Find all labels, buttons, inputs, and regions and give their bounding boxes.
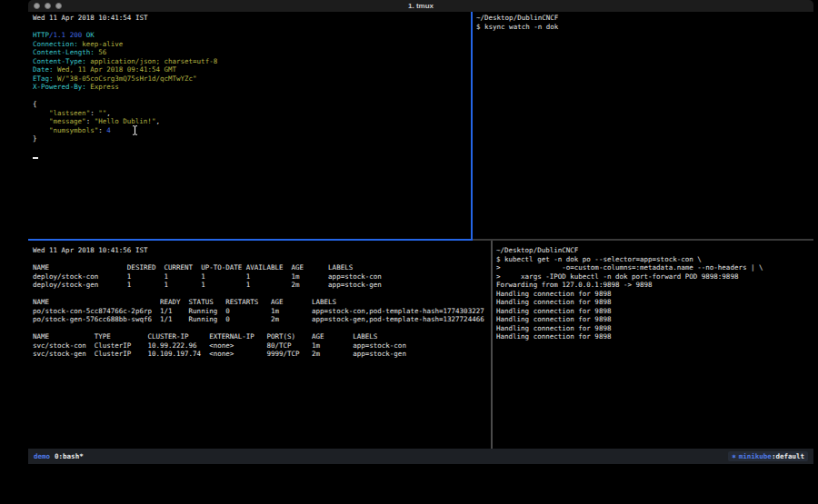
terminal-line: Handling connection for 9898: [496, 315, 813, 324]
terminal-line: Handling connection for 9898: [496, 298, 813, 307]
pods-table: NAME READY STATUS RESTARTS AGE LABELS po…: [33, 298, 491, 324]
http-header-row: Content-Type:application/json; charset=u…: [33, 57, 471, 66]
pane-port-forward[interactable]: ~/Desktop/DublinCNCF$ kubectl get -n dok…: [493, 241, 813, 449]
kube-namespace: :default: [772, 452, 804, 460]
terminal-line: Handling connection for 9898: [496, 290, 813, 299]
terminal-line: Forwarding from 127.0.0.1:9898 -> 9898: [496, 281, 813, 290]
window-title: 1. tmux: [28, 0, 813, 12]
pane-http-response[interactable]: Wed 11 Apr 2018 10:41:54 IST HTTP/1.1 20…: [28, 12, 471, 239]
kube-context: minikube: [739, 452, 772, 460]
tmux-terminal: Wed 11 Apr 2018 10:41:54 IST HTTP/1.1 20…: [28, 12, 813, 449]
terminal-line: Handling connection for 9898: [496, 324, 813, 333]
pane-divider-horizontal-right[interactable]: [473, 239, 813, 241]
http-status-line: HTTP/1.1 200OK: [33, 31, 471, 40]
pane-divider-horizontal-left[interactable]: [28, 239, 473, 241]
http-header-row: ETag:W/"38-05coCsrg3mQ75sHr1d/qcMTwYZc": [33, 74, 471, 84]
json-entry: "lastseen": "",: [33, 109, 471, 118]
deployments-table: NAME DESIRED CURRENT UP-TO-DATE AVAILABL…: [33, 263, 491, 290]
http-reason: OK: [86, 31, 95, 39]
pane-ksync[interactable]: ~/Desktop/DublinCNCF$ ksync watch -n dok: [473, 12, 813, 239]
kubernetes-helm-icon: ⎈: [732, 452, 736, 460]
terminal-window: 1. tmux Wed 11 Apr 2018 10:41:54 IST HTT…: [28, 0, 813, 464]
cursor-line: [33, 152, 471, 161]
kube-context-badge: ⎈ minikube :default: [728, 451, 808, 461]
http-header-row: Content-Length:56: [33, 48, 471, 57]
terminal-line: $ ksync watch -n dok: [476, 23, 813, 32]
json-entry: "message": "Hello Dublin!",: [33, 117, 471, 126]
terminal-line: $ kubectl get -n dok po --selector=app=s…: [496, 255, 813, 264]
titlebar[interactable]: 1. tmux: [28, 0, 813, 12]
http-header-row: Connection:keep-alive: [33, 40, 471, 49]
terminal-line: ~/Desktop/DublinCNCF: [476, 14, 813, 23]
http-header-row: Date:Wed, 11 Apr 2018 09:41:54 GMT: [33, 65, 471, 74]
terminal-cursor: [33, 157, 38, 159]
json-entry: "numsymbols": 4: [33, 126, 471, 135]
http-header-row: X-Powered-By:Express: [33, 83, 471, 92]
services-table: NAME TYPE CLUSTER-IP EXTERNAL-IP PORT(S)…: [33, 332, 491, 359]
json-open-brace: {: [33, 100, 471, 109]
http-protocol: HTTP: [33, 31, 49, 39]
terminal-line: > xargs -IPOD kubectl -n dok port-forwar…: [496, 272, 813, 282]
pane-divider-vertical-top[interactable]: [471, 12, 473, 240]
terminal-line: ~/Desktop/DublinCNCF: [496, 246, 813, 255]
http-version-code: /1.1 200: [49, 31, 82, 39]
timestamp: Wed 11 Apr 2018 10:41:54 IST: [33, 14, 471, 23]
session-name: demo: [34, 452, 50, 460]
terminal-line: Handling connection for 9898: [496, 332, 813, 341]
pane-kubectl-get[interactable]: Wed 11 Apr 2018 10:41:56 IST NAME DESIRE…: [28, 241, 491, 449]
terminal-line: Handling connection for 9898: [496, 307, 813, 316]
pane-divider-vertical-bottom[interactable]: [491, 241, 493, 449]
json-close-brace: }: [33, 134, 471, 143]
window-tab[interactable]: 0:bash*: [55, 452, 84, 460]
timestamp: Wed 11 Apr 2018 10:41:56 IST: [33, 246, 491, 255]
text-ibeam-pointer: [132, 125, 138, 135]
terminal-line: > -o=custom-columns=:metadata.name --no-…: [496, 263, 813, 272]
tmux-status-bar: demo 0:bash* ⎈ minikube :default: [28, 449, 813, 464]
